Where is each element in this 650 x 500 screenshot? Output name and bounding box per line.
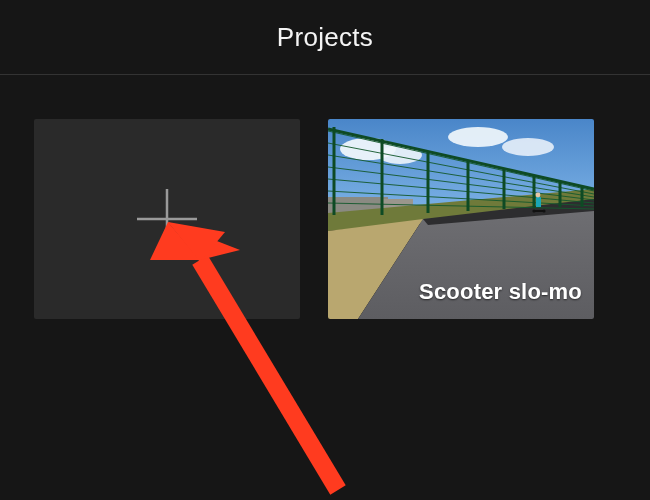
svg-point-5 (448, 127, 508, 147)
projects-header: Projects (0, 0, 650, 75)
svg-point-30 (536, 193, 541, 198)
project-tile-scooter-slo-mo[interactable]: Scooter slo-mo (328, 119, 594, 319)
page-title: Projects (277, 22, 373, 53)
svg-point-6 (502, 138, 554, 156)
project-title-label: Scooter slo-mo (419, 279, 582, 305)
plus-icon (133, 185, 201, 253)
svg-point-33 (542, 209, 545, 212)
projects-grid: Scooter slo-mo (0, 75, 650, 363)
svg-rect-29 (536, 197, 541, 207)
new-project-tile[interactable] (34, 119, 300, 319)
svg-point-32 (532, 209, 535, 212)
